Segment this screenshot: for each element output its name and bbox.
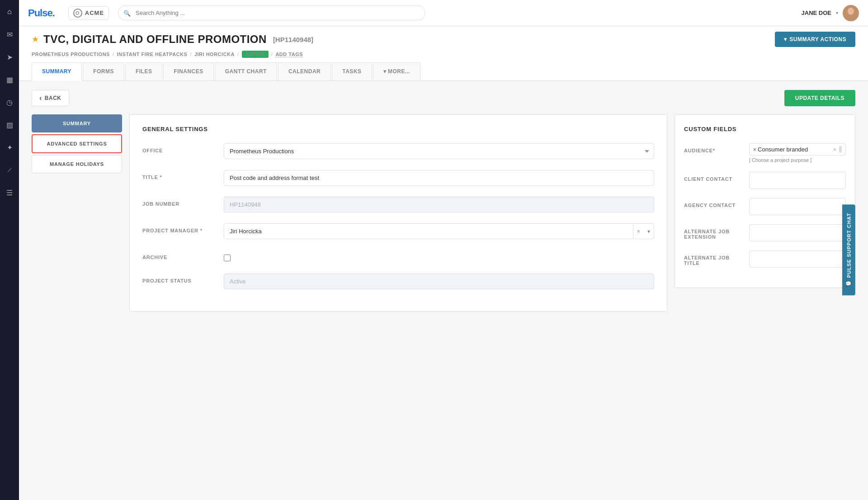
office-select[interactable]: Prometheus Productions [224, 143, 654, 159]
breadcrumb-item-0[interactable]: PROMETHEUS PRODUCTIONS [32, 52, 110, 57]
sidebar: ⌂ ✉ ➤ ▦ ◷ ▨ ✦ ⟋ ☰ [0, 0, 19, 500]
client-contact-field [749, 172, 846, 189]
breadcrumb-sep-0: / [113, 52, 114, 57]
sidebar-icon-calendar[interactable]: ▦ [2, 72, 17, 87]
audience-label: AUDIENCE* [684, 143, 743, 153]
general-settings-title: GENERAL SETTINGS [142, 126, 654, 132]
project-status-input[interactable] [224, 274, 654, 289]
audience-drag-handle[interactable] [839, 146, 842, 153]
page-title: TVC, DIGITAL AND OFFLINE PROMOTION [43, 33, 267, 46]
archive-field [224, 250, 654, 263]
left-nav-holidays[interactable]: MANAGE HOLIDAYS [32, 155, 122, 173]
chevron-down-icon: ▾ [836, 10, 838, 15]
chat-icon: 💬 [845, 281, 852, 287]
tab-forms[interactable]: FORMS [83, 62, 124, 80]
custom-fields-panel: CUSTOM FIELDS AUDIENCE* × Consumer brand… [675, 114, 855, 288]
choose-purpose-link[interactable]: [ Choose a project purpose ] [749, 157, 846, 163]
tab-gantt[interactable]: GANTT CHART [215, 62, 277, 80]
tab-calendar[interactable]: CALENDAR [278, 62, 331, 80]
page-title-row: ★ TVC, DIGITAL AND OFFLINE PROMOTION [HP… [32, 32, 855, 47]
agency-contact-input[interactable] [749, 198, 846, 215]
job-number-badge: [HP1140948] [273, 36, 313, 43]
content-body: ‹ BACK UPDATE DETAILS SUMMARY ADVANCED S… [19, 81, 868, 500]
job-number-label: JOB NUMBER [142, 197, 215, 207]
project-status-row: PROJECT STATUS [142, 274, 654, 289]
alt-job-title-field [749, 250, 846, 268]
pm-select-input[interactable] [224, 224, 633, 239]
breadcrumb: PROMETHEUS PRODUCTIONS / INSTANT FIRE HE… [32, 51, 855, 58]
audience-tag-label: Consumer branded [758, 146, 808, 153]
app-logo: Pulse. [28, 7, 55, 19]
audience-tag: × Consumer branded [753, 146, 808, 153]
custom-fields-title: CUSTOM FIELDS [684, 126, 846, 132]
title-field [224, 170, 654, 186]
audience-x-icon[interactable]: × [753, 146, 756, 153]
alt-job-ext-row: ALTERNATE JOB EXTENSION [684, 224, 846, 241]
page-header: ★ TVC, DIGITAL AND OFFLINE PROMOTION [HP… [19, 26, 868, 81]
action-bar: ‹ BACK UPDATE DETAILS [32, 90, 855, 106]
tab-finances[interactable]: FINANCES [163, 62, 213, 80]
tab-files[interactable]: FILES [125, 62, 163, 80]
breadcrumb-item-1[interactable]: INSTANT FIRE HEATPACKS [117, 52, 188, 57]
alt-job-title-input[interactable] [749, 250, 846, 268]
client-contact-label: CLIENT CONTACT [684, 172, 743, 182]
audience-clear-button[interactable]: × [833, 146, 836, 153]
sidebar-icon-file[interactable]: ☰ [2, 185, 17, 200]
sidebar-icon-chart[interactable]: ⟋ [2, 163, 17, 177]
breadcrumb-sep-3: / [271, 52, 273, 57]
tab-summary[interactable]: SUMMARY [32, 62, 82, 81]
user-name[interactable]: JANE DOE [802, 9, 831, 16]
left-nav: SUMMARY ADVANCED SETTINGS MANAGE HOLIDAY… [32, 114, 122, 173]
sidebar-icon-rocket[interactable]: ✦ [2, 140, 17, 155]
workspace-name: ACME [85, 9, 104, 16]
left-nav-summary[interactable]: SUMMARY [32, 114, 122, 132]
client-contact-input[interactable] [749, 172, 846, 189]
audience-field[interactable]: × Consumer branded × [749, 143, 846, 156]
breadcrumb-sep-1: / [190, 52, 192, 57]
sidebar-icon-mail[interactable]: ✉ [2, 27, 17, 42]
project-manager-label: PROJECT MANAGER * [142, 223, 215, 233]
sidebar-icon-home[interactable]: ⌂ [2, 5, 17, 19]
alt-job-ext-input[interactable] [749, 224, 846, 241]
office-label: OFFICE [142, 143, 215, 153]
breadcrumb-sep-2: / [237, 52, 239, 57]
update-details-button[interactable]: UPDATE DETAILS [784, 90, 855, 106]
agency-contact-label: AGENCY CONTACT [684, 198, 743, 208]
sidebar-icon-clock[interactable]: ◷ [2, 95, 17, 109]
support-tab-label: PULSE SUPPORT CHAT [846, 213, 852, 278]
project-status-field [224, 274, 654, 289]
tab-tasks[interactable]: TASKS [332, 62, 372, 80]
project-manager-row: PROJECT MANAGER * × ▾ [142, 223, 654, 239]
workspace-badge[interactable]: ⬡ ACME [68, 6, 109, 20]
three-col-layout: SUMMARY ADVANCED SETTINGS MANAGE HOLIDAY… [32, 114, 855, 311]
pm-dropdown-button[interactable]: ▾ [644, 224, 654, 239]
topbar: Pulse. ⬡ ACME 🔍 JANE DOE ▾ [19, 0, 868, 26]
workspace-icon: ⬡ [73, 9, 82, 18]
tab-more[interactable]: ▾ MORE... [373, 62, 421, 80]
search-bar: 🔍 [118, 5, 425, 20]
archive-row: ARCHIVE [142, 250, 654, 263]
agency-contact-field [749, 198, 846, 215]
search-input[interactable] [118, 5, 425, 20]
star-icon[interactable]: ★ [32, 34, 39, 44]
title-input[interactable] [224, 170, 654, 186]
status-badge: ACTIVE [242, 51, 269, 58]
breadcrumb-item-2[interactable]: JIRI HORCICKA [194, 52, 235, 57]
avatar [843, 5, 859, 21]
sidebar-icon-send[interactable]: ➤ [2, 50, 17, 64]
client-contact-row: CLIENT CONTACT [684, 172, 846, 189]
left-nav-advanced[interactable]: ADVANCED SETTINGS [32, 134, 122, 153]
alt-job-title-row: ALTERNATE JOB TITLE [684, 250, 846, 268]
alt-job-ext-field [749, 224, 846, 241]
summary-actions-button[interactable]: ▾ SUMMARY ACTIONS [775, 32, 855, 47]
back-button[interactable]: ‹ BACK [32, 90, 69, 106]
chevron-left-icon: ‹ [39, 94, 42, 102]
sidebar-icon-image[interactable]: ▨ [2, 118, 17, 132]
pm-clear-button[interactable]: × [633, 224, 644, 239]
office-field: Prometheus Productions [224, 143, 654, 159]
add-tags-link[interactable]: ADD TAGS [275, 52, 303, 57]
job-number-input[interactable] [224, 197, 654, 212]
office-row: OFFICE Prometheus Productions [142, 143, 654, 159]
support-chat-tab[interactable]: 💬 PULSE SUPPORT CHAT [842, 205, 855, 296]
archive-checkbox[interactable] [224, 255, 231, 261]
